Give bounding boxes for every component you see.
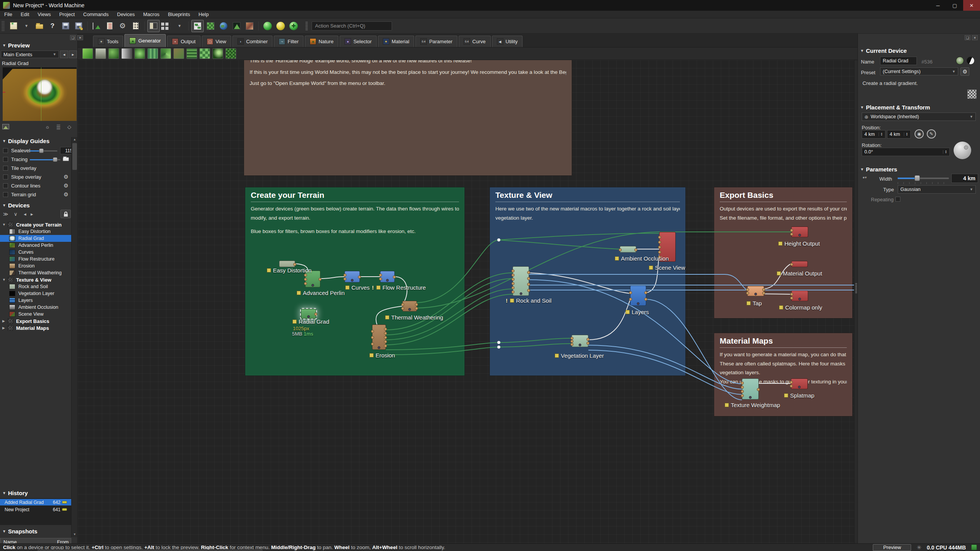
expander-icon[interactable]: ▶ <box>2 319 6 323</box>
expander-icon[interactable]: ▶ <box>2 326 6 330</box>
import-file-icon[interactable] <box>72 20 85 32</box>
tab-tools[interactable]: ✶Tools <box>93 36 123 47</box>
node-erosion[interactable] <box>372 324 386 350</box>
sphere-yellow-icon[interactable] <box>274 20 287 32</box>
preview-toggle-icon[interactable] <box>385 315 389 320</box>
input-port[interactable] <box>379 274 382 277</box>
input-port[interactable] <box>343 277 346 280</box>
new-world-icon[interactable] <box>7 20 20 32</box>
node-radial-grad[interactable] <box>301 309 316 319</box>
input-port[interactable] <box>790 297 793 300</box>
preview-toggle-icon[interactable] <box>369 353 374 357</box>
preview-toggle-icon[interactable] <box>778 241 782 246</box>
preview-toggle-icon[interactable] <box>777 271 781 276</box>
device-item-flow-restructure[interactable]: Flow Restructure <box>0 256 71 262</box>
devices-header[interactable]: ▼ Devices <box>2 202 30 209</box>
menu-devices[interactable]: Devices <box>113 11 139 18</box>
generator-palette-icon[interactable] <box>95 48 106 59</box>
input-port[interactable] <box>658 251 661 254</box>
guide-checkbox[interactable] <box>3 183 8 188</box>
device-item-easy-distortion[interactable]: Easy Distortion <box>0 228 71 235</box>
device-item-rock-and-soil[interactable]: Rock and Soil <box>0 283 71 290</box>
generator-palette-icon[interactable] <box>225 48 236 59</box>
guide-slider[interactable] <box>30 150 57 152</box>
output-port[interactable] <box>384 344 387 347</box>
current-device-header[interactable]: ▼ Current Device <box>860 47 907 54</box>
input-port[interactable] <box>371 330 374 333</box>
input-port[interactable] <box>658 236 661 239</box>
preview-toggle-icon[interactable] <box>510 298 514 303</box>
parameters-header[interactable]: ▼ Parameters <box>860 166 897 173</box>
next-device-button[interactable]: ▸ <box>69 51 77 58</box>
type-select[interactable]: Gaussian▼ <box>898 185 976 194</box>
output-port[interactable] <box>527 289 530 292</box>
close-panel-icon[interactable]: ✕ <box>972 35 978 40</box>
device-item-scene-view[interactable]: Scene View <box>0 311 71 318</box>
output-port[interactable] <box>762 288 765 291</box>
width-value[interactable]: 4 km <box>951 174 978 183</box>
slider-knob[interactable] <box>39 148 44 153</box>
input-port[interactable] <box>570 337 573 340</box>
input-port[interactable] <box>790 263 793 266</box>
node-thermal-weathering[interactable] <box>402 301 417 311</box>
output-port[interactable] <box>634 248 637 251</box>
input-port[interactable] <box>304 282 307 285</box>
slider-knob[interactable] <box>53 157 57 162</box>
output-port[interactable] <box>586 338 590 341</box>
device-thumbnail-icon[interactable] <box>956 57 964 65</box>
center-position-icon[interactable]: ◉ <box>915 129 924 139</box>
output-port[interactable] <box>293 263 296 266</box>
input-port[interactable] <box>371 342 374 346</box>
extents-layout-icon[interactable] <box>90 20 103 32</box>
render-globe-icon[interactable] <box>217 20 230 32</box>
left-panel-scrollbar[interactable]: ▲ ▼ <box>71 137 77 537</box>
tab-filter[interactable]: ~Filter <box>274 36 304 47</box>
sphere-green-icon[interactable] <box>261 20 274 32</box>
toolbar-grip[interactable] <box>2 21 5 31</box>
preset-gear-icon[interactable]: ⚙ <box>960 67 969 76</box>
gear-icon[interactable]: ⚙ <box>64 183 69 189</box>
scrollbar-grip[interactable] <box>855 283 857 293</box>
generator-palette-icon[interactable] <box>212 48 223 59</box>
input-port[interactable] <box>401 303 404 306</box>
output-port[interactable] <box>384 328 387 331</box>
preset-select[interactable]: (Current Settings)▼ <box>880 67 958 75</box>
menu-commands[interactable]: Commands <box>79 11 113 18</box>
node-layers[interactable] <box>630 285 646 306</box>
preview-toggle-icon[interactable] <box>649 266 653 270</box>
spinner-arrows-icon[interactable]: ▲▼ <box>943 150 947 154</box>
device-name-input[interactable]: Radial Grad <box>880 57 917 65</box>
input-port[interactable] <box>511 282 514 285</box>
tab-output[interactable]: ▪Output <box>167 36 201 47</box>
open-project-icon[interactable] <box>33 20 46 32</box>
output-port[interactable] <box>314 313 317 316</box>
output-port[interactable] <box>393 276 396 279</box>
node-colormap-only[interactable] <box>791 290 808 301</box>
node-texture-weightmap[interactable] <box>742 378 759 399</box>
spinner-arrows-icon[interactable]: ▲▼ <box>879 132 883 136</box>
save-icon[interactable] <box>59 20 72 32</box>
preview-toggle-icon[interactable] <box>345 285 350 290</box>
width-slider[interactable] <box>898 178 949 179</box>
preview-button[interactable]: Preview <box>873 544 911 551</box>
scroll-down-icon[interactable]: ▼ <box>72 532 78 537</box>
device-item-erosion[interactable]: Erosion <box>0 262 71 269</box>
node-flow-restructure[interactable] <box>380 271 395 282</box>
sphere-cross-icon[interactable]: ✚ <box>287 20 300 32</box>
input-port[interactable] <box>658 241 661 244</box>
split-view-icon[interactable] <box>147 20 160 32</box>
node-rock-and-soil[interactable] <box>513 266 529 296</box>
lock-icon[interactable] <box>60 210 71 218</box>
layout-grid-icon[interactable] <box>160 20 173 32</box>
preview-toggle-icon[interactable] <box>626 310 630 314</box>
position-x-stepper[interactable]: 4 km▲▼ <box>862 130 885 139</box>
input-port[interactable] <box>790 233 793 236</box>
tab-generator[interactable]: ▲Generator <box>124 34 166 47</box>
node-height-output[interactable] <box>791 227 808 237</box>
device-item-thermal-weathering[interactable]: Thermal Weathering <box>0 269 71 276</box>
slider-knob[interactable] <box>915 175 920 181</box>
input-port[interactable] <box>379 277 382 280</box>
input-port[interactable] <box>741 390 744 393</box>
input-port[interactable] <box>658 246 661 249</box>
node-tap[interactable] <box>747 286 764 296</box>
